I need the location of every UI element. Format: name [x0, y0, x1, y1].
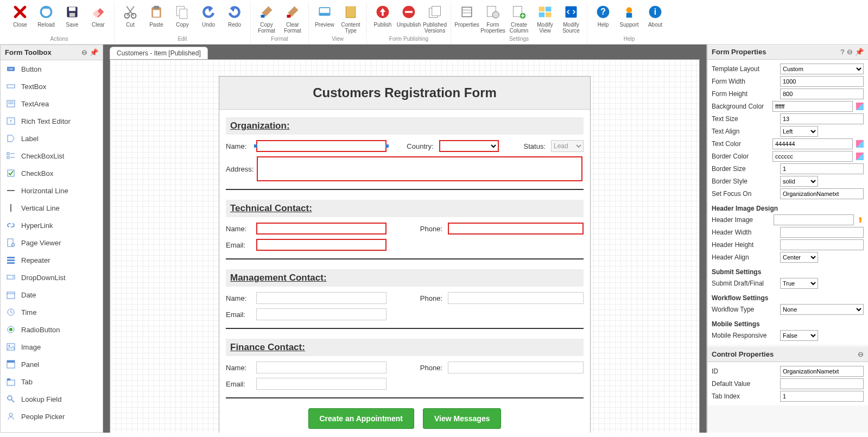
redo-button[interactable]: Redo [222, 2, 247, 35]
modify-view-button[interactable]: Modify View [533, 2, 557, 35]
toolbox-image[interactable]: Image [1, 338, 103, 356]
close-button[interactable]: Close [8, 2, 33, 35]
prop-input[interactable] [780, 113, 864, 124]
collapse-icon[interactable]: ⊖ [858, 350, 864, 358]
toolbox-checkboxlist[interactable]: CheckBoxList [1, 147, 103, 164]
toolbox-textbox[interactable]: TextBox [1, 78, 103, 95]
eraser-icon[interactable] [856, 103, 864, 110]
toolbox-horizontal-line[interactable]: Horizontal Line [1, 182, 103, 199]
unpublish-button[interactable]: Unpublish [396, 2, 421, 35]
svg-line-72 [11, 400, 14, 402]
eraser-icon[interactable] [856, 153, 864, 160]
vline-icon [6, 203, 16, 213]
prop-input[interactable] [780, 366, 864, 377]
toolbox-people-picker[interactable]: People Picker [1, 408, 103, 425]
support-icon [620, 3, 638, 21]
clear-format-button[interactable]: Clear Format [280, 2, 305, 35]
save-button[interactable]: Save [60, 2, 85, 35]
prop-input[interactable] [780, 88, 864, 99]
prop-input[interactable] [780, 391, 864, 402]
toolbox-page-viewer[interactable]: Page Viewer [1, 234, 103, 251]
form-text[interactable] [448, 292, 584, 304]
prop-input[interactable]: Custom [780, 64, 864, 74]
toolbox-panel[interactable]: Panel [1, 356, 103, 373]
help-icon[interactable]: ? [840, 48, 845, 56]
toolbox-time[interactable]: Time [1, 303, 103, 321]
toolbox-hyperlink[interactable]: HyperLink [1, 217, 103, 234]
prop-input[interactable] [780, 188, 864, 199]
toolbar-label: Undo [202, 22, 215, 34]
help-button[interactable]: ?Help [591, 2, 616, 35]
reload-button[interactable]: Reload [34, 2, 59, 35]
form-properties-button[interactable]: Form Properties [480, 2, 505, 35]
collapse-icon[interactable]: ⊖ [81, 48, 87, 56]
publish-button[interactable]: Publish [370, 2, 395, 35]
document-tab[interactable]: Customers - Item [Published] [110, 47, 208, 59]
create-an-appointment-button[interactable]: Create an Appointment [308, 408, 415, 429]
toolbox-label[interactable]: Label [1, 130, 103, 147]
prop-input[interactable]: None [780, 304, 864, 315]
toolbox-date[interactable]: Date [1, 286, 103, 303]
published-versions-button[interactable]: Published Versions [422, 2, 447, 35]
prop-section-title: Header Image Design [712, 205, 864, 212]
preview-button[interactable]: Preview [312, 2, 337, 35]
toolbox-textarea[interactable]: TextArea [1, 95, 103, 112]
toolbox-button[interactable]: OKButton [1, 60, 103, 78]
upload-icon[interactable]: ⬆ [857, 216, 864, 224]
copy-button[interactable]: Copy [170, 2, 195, 35]
form-text[interactable] [448, 223, 584, 235]
clear-button[interactable]: Clear [86, 2, 111, 35]
prop-input[interactable]: True [780, 278, 818, 289]
prop-input[interactable] [774, 214, 854, 225]
toolbox-label: RadioButton [21, 326, 60, 334]
form-text[interactable] [256, 140, 387, 152]
canvas-grid[interactable]: Customers Registration Form Organization… [110, 59, 700, 433]
form-select[interactable] [439, 140, 499, 152]
prop-input[interactable] [772, 151, 853, 162]
form-text[interactable] [256, 223, 387, 235]
undo-button[interactable]: Undo [196, 2, 221, 35]
modify-source-button[interactable]: Modify Source [559, 2, 584, 35]
eraser-icon[interactable] [856, 140, 864, 148]
prop-input[interactable] [780, 163, 864, 174]
toolbox-checkbox[interactable]: CheckBox [1, 164, 103, 182]
about-button[interactable]: iAbout [643, 2, 668, 35]
toolbox-tab[interactable]: Tab [1, 373, 103, 390]
form-text[interactable] [448, 362, 584, 373]
main-area: Form Toolbox ⊖ 📌 OKButtonTextBoxTextArea… [0, 45, 868, 433]
form-text[interactable] [256, 292, 387, 304]
paste-button[interactable]: Paste [144, 2, 169, 35]
pin-icon[interactable]: 📌 [90, 48, 98, 56]
prop-input[interactable] [780, 378, 864, 389]
toolbox-vertical-line[interactable]: Vertical Line [1, 199, 103, 217]
form-text[interactable] [256, 378, 387, 390]
copy-format-button[interactable]: Copy Format [254, 2, 279, 35]
form-text[interactable] [256, 362, 387, 373]
prop-input[interactable]: solid [780, 176, 818, 187]
view-messages-button[interactable]: View Messages [423, 408, 501, 429]
properties-button[interactable]: Properties [454, 2, 479, 35]
form-textarea[interactable] [257, 156, 582, 181]
prop-input[interactable] [780, 239, 864, 250]
toolbox-lookup-field[interactable]: Lookup Field [1, 390, 103, 408]
toolbox-dropdownlist[interactable]: DropDownList [1, 269, 103, 286]
pin-icon[interactable]: 📌 [855, 48, 864, 56]
prop-input[interactable] [780, 76, 864, 87]
prop-input[interactable] [772, 138, 853, 149]
collapse-icon[interactable]: ⊖ [847, 48, 853, 56]
support-button[interactable]: Support [617, 2, 642, 35]
cut-button[interactable]: Cut [118, 2, 143, 35]
toolbox-radiobutton[interactable]: RadioButton [1, 321, 103, 338]
toolbox-repeater[interactable]: Repeater [1, 251, 103, 269]
form-select[interactable]: Lead [551, 140, 584, 152]
content-type-button[interactable]: Content Type [338, 2, 363, 35]
toolbox-rich-text-editor[interactable]: TRich Text Editor [1, 112, 103, 130]
prop-input[interactable] [780, 227, 864, 238]
prop-input[interactable]: False [780, 330, 818, 341]
prop-input[interactable]: Left [780, 126, 818, 137]
prop-input[interactable] [772, 101, 853, 112]
prop-input[interactable]: Center [780, 252, 818, 263]
create-column-button[interactable]: Create Column [506, 2, 531, 35]
form-text[interactable] [256, 239, 387, 251]
form-text[interactable] [256, 308, 387, 320]
